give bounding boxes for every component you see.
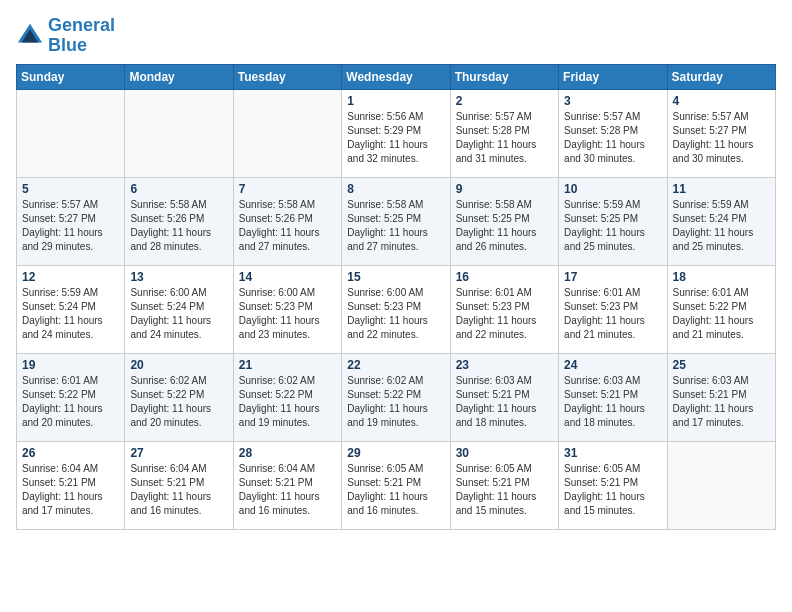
cell-info: Sunrise: 6:04 AM Sunset: 5:21 PM Dayligh… [239,462,336,518]
cell-info: Sunrise: 5:59 AM Sunset: 5:25 PM Dayligh… [564,198,661,254]
calendar-cell: 9Sunrise: 5:58 AM Sunset: 5:25 PM Daylig… [450,177,558,265]
cell-info: Sunrise: 6:01 AM Sunset: 5:22 PM Dayligh… [673,286,770,342]
cell-info: Sunrise: 6:03 AM Sunset: 5:21 PM Dayligh… [673,374,770,430]
day-number: 21 [239,358,336,372]
calendar-cell: 22Sunrise: 6:02 AM Sunset: 5:22 PM Dayli… [342,353,450,441]
day-number: 3 [564,94,661,108]
day-number: 4 [673,94,770,108]
day-number: 2 [456,94,553,108]
cell-info: Sunrise: 5:58 AM Sunset: 5:25 PM Dayligh… [456,198,553,254]
cell-info: Sunrise: 5:57 AM Sunset: 5:28 PM Dayligh… [564,110,661,166]
day-number: 10 [564,182,661,196]
day-number: 30 [456,446,553,460]
cell-info: Sunrise: 6:00 AM Sunset: 5:23 PM Dayligh… [239,286,336,342]
cell-info: Sunrise: 6:05 AM Sunset: 5:21 PM Dayligh… [456,462,553,518]
calendar-cell: 28Sunrise: 6:04 AM Sunset: 5:21 PM Dayli… [233,441,341,529]
day-number: 5 [22,182,119,196]
calendar-cell: 10Sunrise: 5:59 AM Sunset: 5:25 PM Dayli… [559,177,667,265]
calendar-cell: 25Sunrise: 6:03 AM Sunset: 5:21 PM Dayli… [667,353,775,441]
cell-info: Sunrise: 6:00 AM Sunset: 5:24 PM Dayligh… [130,286,227,342]
day-number: 26 [22,446,119,460]
calendar-cell [233,89,341,177]
logo: GeneralBlue [16,16,115,56]
calendar-cell: 14Sunrise: 6:00 AM Sunset: 5:23 PM Dayli… [233,265,341,353]
calendar-week-3: 12Sunrise: 5:59 AM Sunset: 5:24 PM Dayli… [17,265,776,353]
day-header-wednesday: Wednesday [342,64,450,89]
calendar-cell: 26Sunrise: 6:04 AM Sunset: 5:21 PM Dayli… [17,441,125,529]
calendar-cell: 4Sunrise: 5:57 AM Sunset: 5:27 PM Daylig… [667,89,775,177]
day-number: 29 [347,446,444,460]
calendar-cell [125,89,233,177]
day-number: 20 [130,358,227,372]
cell-info: Sunrise: 6:04 AM Sunset: 5:21 PM Dayligh… [130,462,227,518]
cell-info: Sunrise: 6:04 AM Sunset: 5:21 PM Dayligh… [22,462,119,518]
day-number: 25 [673,358,770,372]
cell-info: Sunrise: 5:58 AM Sunset: 5:26 PM Dayligh… [239,198,336,254]
cell-info: Sunrise: 5:59 AM Sunset: 5:24 PM Dayligh… [22,286,119,342]
calendar-week-1: 1Sunrise: 5:56 AM Sunset: 5:29 PM Daylig… [17,89,776,177]
cell-info: Sunrise: 6:02 AM Sunset: 5:22 PM Dayligh… [239,374,336,430]
day-number: 18 [673,270,770,284]
cell-info: Sunrise: 6:01 AM Sunset: 5:22 PM Dayligh… [22,374,119,430]
calendar-cell: 6Sunrise: 5:58 AM Sunset: 5:26 PM Daylig… [125,177,233,265]
calendar-cell: 13Sunrise: 6:00 AM Sunset: 5:24 PM Dayli… [125,265,233,353]
day-number: 31 [564,446,661,460]
calendar-cell: 20Sunrise: 6:02 AM Sunset: 5:22 PM Dayli… [125,353,233,441]
cell-info: Sunrise: 5:57 AM Sunset: 5:27 PM Dayligh… [673,110,770,166]
logo-text: GeneralBlue [48,16,115,56]
day-number: 8 [347,182,444,196]
calendar-week-2: 5Sunrise: 5:57 AM Sunset: 5:27 PM Daylig… [17,177,776,265]
calendar-cell: 2Sunrise: 5:57 AM Sunset: 5:28 PM Daylig… [450,89,558,177]
calendar-cell: 30Sunrise: 6:05 AM Sunset: 5:21 PM Dayli… [450,441,558,529]
day-number: 28 [239,446,336,460]
calendar-cell: 1Sunrise: 5:56 AM Sunset: 5:29 PM Daylig… [342,89,450,177]
day-number: 11 [673,182,770,196]
day-number: 22 [347,358,444,372]
calendar-cell: 12Sunrise: 5:59 AM Sunset: 5:24 PM Dayli… [17,265,125,353]
calendar-week-4: 19Sunrise: 6:01 AM Sunset: 5:22 PM Dayli… [17,353,776,441]
cell-info: Sunrise: 5:56 AM Sunset: 5:29 PM Dayligh… [347,110,444,166]
cell-info: Sunrise: 5:58 AM Sunset: 5:26 PM Dayligh… [130,198,227,254]
calendar-cell: 16Sunrise: 6:01 AM Sunset: 5:23 PM Dayli… [450,265,558,353]
cell-info: Sunrise: 6:05 AM Sunset: 5:21 PM Dayligh… [564,462,661,518]
day-header-tuesday: Tuesday [233,64,341,89]
calendar-cell: 17Sunrise: 6:01 AM Sunset: 5:23 PM Dayli… [559,265,667,353]
cell-info: Sunrise: 6:02 AM Sunset: 5:22 PM Dayligh… [130,374,227,430]
calendar-cell: 31Sunrise: 6:05 AM Sunset: 5:21 PM Dayli… [559,441,667,529]
page-header: GeneralBlue [16,16,776,56]
calendar-cell [667,441,775,529]
cell-info: Sunrise: 6:05 AM Sunset: 5:21 PM Dayligh… [347,462,444,518]
calendar-cell: 11Sunrise: 5:59 AM Sunset: 5:24 PM Dayli… [667,177,775,265]
calendar-cell: 27Sunrise: 6:04 AM Sunset: 5:21 PM Dayli… [125,441,233,529]
calendar-table: SundayMondayTuesdayWednesdayThursdayFrid… [16,64,776,530]
cell-info: Sunrise: 6:01 AM Sunset: 5:23 PM Dayligh… [456,286,553,342]
calendar-cell: 29Sunrise: 6:05 AM Sunset: 5:21 PM Dayli… [342,441,450,529]
calendar-cell: 19Sunrise: 6:01 AM Sunset: 5:22 PM Dayli… [17,353,125,441]
cell-info: Sunrise: 6:01 AM Sunset: 5:23 PM Dayligh… [564,286,661,342]
calendar-cell: 8Sunrise: 5:58 AM Sunset: 5:25 PM Daylig… [342,177,450,265]
day-number: 6 [130,182,227,196]
day-number: 15 [347,270,444,284]
day-number: 7 [239,182,336,196]
calendar-cell: 21Sunrise: 6:02 AM Sunset: 5:22 PM Dayli… [233,353,341,441]
cell-info: Sunrise: 5:57 AM Sunset: 5:28 PM Dayligh… [456,110,553,166]
cell-info: Sunrise: 6:03 AM Sunset: 5:21 PM Dayligh… [564,374,661,430]
calendar-header-row: SundayMondayTuesdayWednesdayThursdayFrid… [17,64,776,89]
day-number: 27 [130,446,227,460]
day-header-saturday: Saturday [667,64,775,89]
day-header-monday: Monday [125,64,233,89]
day-number: 19 [22,358,119,372]
day-number: 1 [347,94,444,108]
calendar-body: 1Sunrise: 5:56 AM Sunset: 5:29 PM Daylig… [17,89,776,529]
cell-info: Sunrise: 5:59 AM Sunset: 5:24 PM Dayligh… [673,198,770,254]
cell-info: Sunrise: 5:57 AM Sunset: 5:27 PM Dayligh… [22,198,119,254]
calendar-cell: 7Sunrise: 5:58 AM Sunset: 5:26 PM Daylig… [233,177,341,265]
calendar-cell [17,89,125,177]
calendar-cell: 23Sunrise: 6:03 AM Sunset: 5:21 PM Dayli… [450,353,558,441]
day-number: 24 [564,358,661,372]
day-number: 16 [456,270,553,284]
calendar-cell: 5Sunrise: 5:57 AM Sunset: 5:27 PM Daylig… [17,177,125,265]
cell-info: Sunrise: 6:03 AM Sunset: 5:21 PM Dayligh… [456,374,553,430]
calendar-cell: 24Sunrise: 6:03 AM Sunset: 5:21 PM Dayli… [559,353,667,441]
day-header-friday: Friday [559,64,667,89]
